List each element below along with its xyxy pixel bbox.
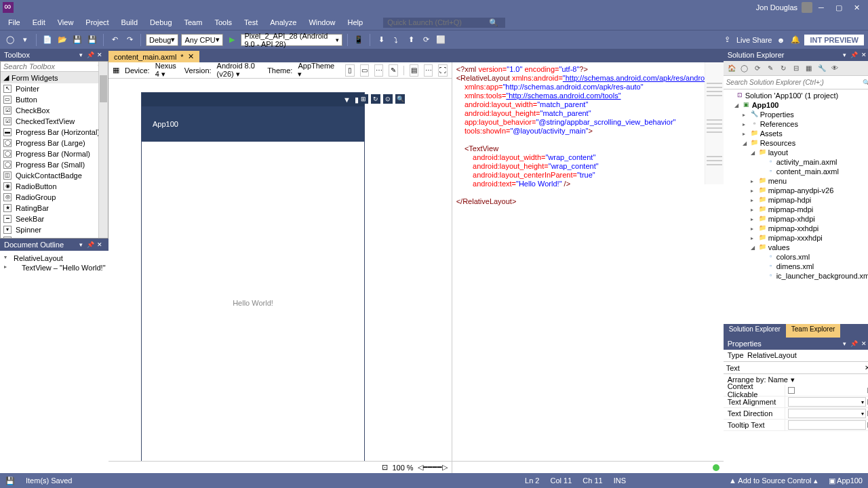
tree-content-main[interactable]: ▫content_main.axml [725, 167, 868, 176]
toolbox-pin-icon[interactable]: 📌 [85, 52, 95, 58]
solution-search[interactable]: 🔍 [724, 76, 868, 89]
menu-build[interactable]: Build [116, 17, 143, 28]
notif-icon[interactable]: 🔔 [789, 34, 802, 46]
prop-row-text-direction[interactable]: Text Direction ▾ [724, 408, 868, 420]
menu-project[interactable]: Project [80, 17, 114, 28]
tree-properties[interactable]: ▸🔧Properties [725, 110, 868, 119]
properties-search[interactable]: Text ✕ [724, 362, 868, 374]
combo-select[interactable]: ▾ [788, 397, 866, 407]
sol-sync-icon[interactable]: ⟳ [752, 63, 763, 74]
platform-select[interactable]: Any CPU ▾ [181, 34, 223, 46]
project-indicator[interactable]: ▣ App100 [829, 476, 863, 485]
prop-row-context-clickable[interactable]: Context Clickable [724, 385, 868, 396]
toolbox-item-checkbox[interactable]: ☑CheckBox [1, 105, 108, 116]
redo-button[interactable]: ↷ [123, 34, 136, 46]
phone-content[interactable]: Hello World! [142, 142, 364, 461]
save-button[interactable]: 💾 [71, 34, 83, 46]
forward-button[interactable]: ▾ [19, 34, 31, 46]
toolbox-item-progress-s[interactable]: ◯Progress Bar (Small) [1, 159, 108, 170]
overflow-icon[interactable]: ⋯ [424, 64, 433, 77]
solution-close-icon[interactable]: ✕ [859, 52, 868, 58]
tree-layout[interactable]: ◢📁layout [725, 148, 868, 157]
properties-close-icon[interactable]: ✕ [859, 340, 868, 347]
prop-row-text-alignment[interactable]: Text Alignment ▾ [724, 396, 868, 408]
new-button[interactable]: 📄 [41, 34, 54, 46]
properties-pin-icon[interactable]: 📌 [850, 340, 859, 347]
toolbox-item-ratingbar[interactable]: ★RatingBar [1, 203, 108, 214]
solution-dropdown-icon[interactable]: ▾ [840, 52, 850, 58]
target-select[interactable]: Pixel_2_API_28 (Android 9.0 - API 28) ▾ [241, 34, 342, 46]
prop-row-tooltip-text[interactable]: Tooltip Text [724, 420, 868, 431]
sol-pen-icon[interactable]: ✎ [765, 63, 776, 74]
toolbox-dropdown-icon[interactable]: ▾ [76, 52, 85, 58]
zoom-slider[interactable]: ◁━━━━▷ [418, 463, 448, 472]
outline-dropdown-icon[interactable]: ▾ [76, 241, 85, 248]
expand-icon[interactable]: ⛶ [438, 64, 447, 77]
menu-team[interactable]: Team [179, 17, 208, 28]
device-select[interactable]: Nexus 4 ▾ [155, 62, 179, 79]
quick-launch[interactable]: 🔍 [383, 18, 505, 28]
toolbox-item-progress-h[interactable]: ▬Progress Bar (Horizontal) [1, 127, 108, 138]
toolbox-item-radiobutton[interactable]: ◉RadioButton [1, 181, 108, 192]
save-all-button[interactable]: 💾 [86, 34, 98, 46]
checkbox-icon[interactable] [788, 387, 795, 394]
tree-solution[interactable]: ⊡Solution 'App100' (1 project) [725, 91, 868, 100]
grid-icon[interactable]: ▦ [113, 66, 119, 75]
toolbox-close-icon[interactable]: ✕ [95, 52, 104, 58]
tab-team-explorer[interactable]: Team Explorer [786, 324, 840, 338]
back-button[interactable]: ◯ [4, 34, 16, 46]
solution-pin-icon[interactable]: 📌 [850, 52, 859, 58]
toolbox-item-button[interactable]: ▭Button [1, 94, 108, 105]
feedback-icon[interactable]: ☻ [774, 34, 787, 46]
portrait-icon[interactable]: ▯ [345, 64, 354, 77]
designer-canvas[interactable]: ⊞ ↻ ⊙ 🔍 ▼ ▮ App100 Hell [108, 79, 452, 461]
menu-window[interactable]: Window [303, 17, 340, 28]
tree-menu[interactable]: ▸📁menu [725, 176, 868, 186]
landscape-icon[interactable]: ▭ [360, 64, 369, 77]
overlay-zoom-icon[interactable]: ⊞ [359, 94, 368, 104]
tab-close-icon[interactable]: ✕ [188, 52, 194, 61]
toolbox-group[interactable]: ◢Form Widgets [1, 72, 108, 83]
outline-root[interactable]: RelativeLayout [3, 253, 106, 263]
toolbox-item-radiogroup[interactable]: ◎RadioGroup [1, 192, 108, 203]
code-minimap[interactable] [705, 62, 724, 184]
minimize-button[interactable]: ─ [812, 3, 830, 12]
version-select[interactable]: Android 8.0 (v26) ▾ [217, 62, 262, 79]
user-area[interactable]: Jon Douglas [756, 2, 812, 13]
tree-dimens-xml[interactable]: ▫dimens.xml [725, 262, 868, 271]
clear-icon[interactable]: ✕ [865, 364, 868, 371]
undo-button[interactable]: ↶ [108, 34, 121, 46]
properties-dropdown-icon[interactable]: ▾ [840, 340, 850, 347]
toolbox-item-pointer[interactable]: ↖Pointer [1, 83, 108, 94]
combo-select[interactable]: ▾ [788, 409, 866, 418]
overlay-search-icon[interactable]: 🔍 [395, 94, 405, 104]
menu-tools[interactable]: Tools [209, 17, 237, 28]
tree-mipmap-anydpi[interactable]: ▸📁mipmap-anydpi-v26 [725, 186, 868, 195]
zoom-fit-icon[interactable]: ⊡ [382, 463, 388, 472]
menu-analyze[interactable]: Analyze [264, 17, 302, 28]
step-over-icon[interactable]: ⤵ [390, 34, 402, 46]
overlay-settings-icon[interactable]: ⊙ [383, 94, 393, 104]
toolbox-item-checkedtextview[interactable]: ☑CheckedTextView [1, 116, 108, 127]
device-preview[interactable]: ⊞ ↻ ⊙ 🔍 ▼ ▮ App100 Hell [141, 92, 365, 461]
tree-colors-xml[interactable]: ▫colors.xml [725, 252, 868, 262]
outline-pin-icon[interactable]: 📌 [85, 241, 95, 248]
quick-launch-input[interactable] [387, 18, 489, 26]
code-editor[interactable]: <?xml version="1.0" encoding="utf-8"?> <… [452, 62, 724, 461]
toolbox-item-spinner[interactable]: ▾Spinner [1, 224, 108, 235]
tree-mipmap-xxxhdpi[interactable]: ▸📁mipmap-xxxhdpi [725, 233, 868, 243]
menu-test[interactable]: Test [239, 17, 263, 28]
sol-showall-icon[interactable]: ▦ [804, 63, 814, 74]
tab-content-main[interactable]: content_main.axml * ✕ [108, 51, 199, 62]
tree-mipmap-hdpi[interactable]: ▸📁mipmap-hdpi [725, 195, 868, 205]
config-select[interactable]: Debug ▾ [146, 34, 178, 46]
restart-icon[interactable]: ⟳ [420, 34, 432, 46]
toolbox-item-switch[interactable]: ⊙Switch [1, 235, 108, 239]
sol-refresh-icon[interactable]: ↻ [778, 63, 789, 74]
sol-back-icon[interactable]: ◯ [739, 63, 750, 74]
liveshare-label[interactable]: Live Share [736, 36, 772, 44]
toolbox-item-progress-n[interactable]: ◯Progress Bar (Normal) [1, 148, 108, 159]
tree-references[interactable]: ▸▫References [725, 119, 868, 129]
menu-file[interactable]: File [3, 17, 26, 28]
menu-help[interactable]: Help [342, 17, 369, 28]
